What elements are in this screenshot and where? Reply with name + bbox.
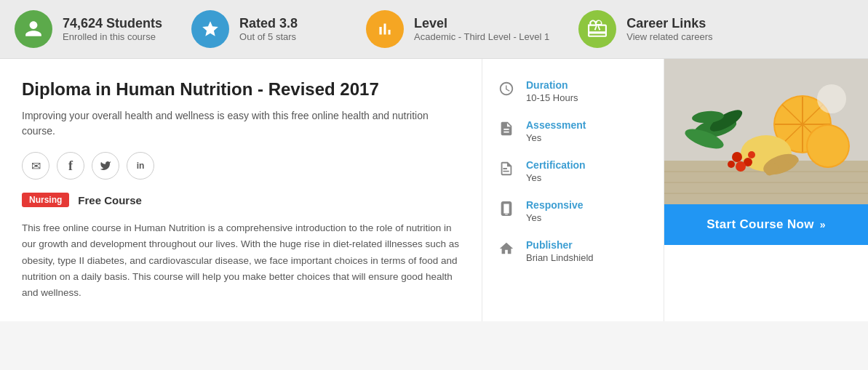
course-image <box>664 59 868 204</box>
level-stat: Level Academic - Third Level - Level 1 <box>366 10 549 48</box>
linkedin-share-button[interactable]: in <box>127 152 154 180</box>
certification-row: Certification Yes <box>497 159 649 183</box>
svg-point-12 <box>808 126 848 166</box>
mid-panel: Duration 10-15 Hours Assessment Yes <box>482 59 664 321</box>
responsive-icon <box>497 201 516 220</box>
course-description: Improving your overall health and wellne… <box>22 108 460 139</box>
duration-row: Duration 10-15 Hours <box>497 79 649 103</box>
publisher-label: Publisher <box>526 239 594 251</box>
assessment-icon <box>497 121 516 140</box>
level-subtitle: Academic - Third Level - Level 1 <box>414 31 549 42</box>
career-stat[interactable]: Career Links View related careers <box>578 10 724 48</box>
svg-point-20 <box>728 161 735 168</box>
level-icon <box>366 10 404 48</box>
rating-subtitle: Out of 5 stars <box>239 31 298 42</box>
rating-icon <box>191 10 229 48</box>
rating-value: Rated 3.8 <box>239 16 298 31</box>
certification-content: Certification Yes <box>526 159 586 183</box>
rating-text: Rated 3.8 Out of 5 stars <box>239 16 298 42</box>
publisher-icon <box>497 241 516 260</box>
responsive-value: Yes <box>526 212 584 223</box>
publisher-value: Brian Lindshield <box>526 252 594 263</box>
free-course-label: Free Course <box>78 194 142 206</box>
responsive-content: Responsive Yes <box>526 199 584 223</box>
rating-stat: Rated 3.8 Out of 5 stars <box>191 10 337 48</box>
students-stat: 74,624 Students Enrolled in this course <box>15 10 162 48</box>
facebook-share-button[interactable]: f <box>57 152 84 180</box>
assessment-value: Yes <box>526 132 586 143</box>
stats-bar: 74,624 Students Enrolled in this course … <box>0 0 868 59</box>
start-course-button[interactable]: Start Course Now » <box>664 204 868 245</box>
career-icon <box>578 10 616 48</box>
assessment-label: Assessment <box>526 119 586 131</box>
responsive-label: Responsive <box>526 199 584 211</box>
course-body-text: This free online course in Human Nutriti… <box>22 220 460 301</box>
duration-label: Duration <box>526 79 578 91</box>
publisher-row: Publisher Brian Lindshield <box>497 239 649 263</box>
svg-point-26 <box>817 84 846 113</box>
badge-row: Nursing Free Course <box>22 193 460 207</box>
certification-icon <box>497 161 516 180</box>
main-content: Diploma in Human Nutrition - Revised 201… <box>0 59 868 321</box>
svg-point-17 <box>732 152 742 162</box>
email-share-button[interactable]: ✉ <box>22 152 49 180</box>
level-title: Level <box>414 16 549 31</box>
clock-icon <box>497 81 516 100</box>
svg-point-21 <box>748 151 755 158</box>
students-subtitle: Enrolled in this course <box>63 31 162 42</box>
career-text: Career Links View related careers <box>626 16 712 42</box>
students-text: 74,624 Students Enrolled in this course <box>63 16 162 42</box>
svg-point-19 <box>736 161 746 172</box>
certification-label: Certification <box>526 159 586 171</box>
course-title: Diploma in Human Nutrition - Revised 201… <box>22 79 460 100</box>
certification-value: Yes <box>526 172 586 183</box>
social-share-bar: ✉ f in <box>22 152 460 180</box>
career-subtitle: View related careers <box>626 31 712 42</box>
assessment-content: Assessment Yes <box>526 119 586 143</box>
start-course-label: Start Course Now <box>706 217 813 232</box>
level-text: Level Academic - Third Level - Level 1 <box>414 16 549 42</box>
publisher-content: Publisher Brian Lindshield <box>526 239 594 263</box>
responsive-row: Responsive Yes <box>497 199 649 223</box>
duration-value: 10-15 Hours <box>526 92 578 103</box>
right-panel: Start Course Now » <box>664 59 868 321</box>
twitter-share-button[interactable] <box>92 152 119 180</box>
duration-content: Duration 10-15 Hours <box>526 79 578 103</box>
assessment-row: Assessment Yes <box>497 119 649 143</box>
career-title: Career Links <box>626 16 712 31</box>
left-panel: Diploma in Human Nutrition - Revised 201… <box>0 59 482 321</box>
nursing-badge: Nursing <box>22 193 69 207</box>
start-course-chevron: » <box>820 219 826 230</box>
students-count: 74,624 Students <box>63 16 162 31</box>
students-icon <box>15 10 52 48</box>
